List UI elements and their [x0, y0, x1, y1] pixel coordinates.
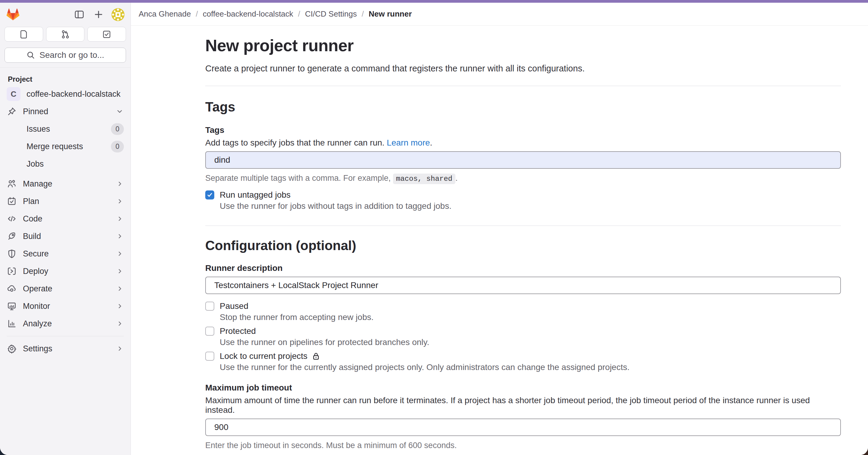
shortcut-todos[interactable] — [87, 27, 126, 41]
sidebar-item-build[interactable]: Build — [0, 228, 130, 245]
tags-help-period: . — [430, 138, 433, 148]
chevron-right-icon — [116, 180, 124, 188]
avatar-identicon-icon — [112, 8, 124, 21]
breadcrumb: Anca Ghenade / coffee-backend-localstack… — [131, 3, 868, 26]
page-description: Create a project runner to generate a co… — [205, 64, 841, 73]
merge-request-icon — [61, 30, 70, 39]
paused-help: Stop the runner from accepting new jobs. — [220, 313, 841, 322]
jobs-label: Jobs — [27, 159, 44, 169]
sidebar-item-jobs[interactable]: Jobs — [0, 155, 130, 173]
cloud-pod-icon — [7, 284, 17, 293]
tags-field-label: Tags — [205, 125, 841, 135]
chevron-right-icon — [116, 197, 124, 205]
pinned-label: Pinned — [23, 107, 48, 116]
sidebar-item-project[interactable]: C coffee-backend-localstack — [0, 85, 130, 103]
breadcrumb-project[interactable]: coffee-backend-localstack — [203, 9, 293, 19]
main-area: Anca Ghenade / coffee-backend-localstack… — [131, 3, 868, 455]
chevron-right-icon — [116, 285, 124, 293]
chevron-right-icon — [116, 345, 124, 353]
run-untagged-row: Run untagged jobs — [205, 190, 841, 200]
section-divider — [205, 225, 841, 226]
sidebar-item-monitor[interactable]: Monitor — [0, 297, 130, 315]
analyze-label: Analyze — [23, 319, 52, 328]
secure-label: Secure — [23, 249, 49, 259]
timeout-input[interactable] — [205, 419, 841, 436]
sidebar-item-settings[interactable]: Settings — [0, 340, 130, 357]
chart-icon — [7, 319, 17, 328]
chevron-right-icon — [116, 250, 124, 258]
chevron-right-icon — [116, 215, 124, 223]
calendar-icon — [7, 196, 17, 206]
chevron-right-icon — [116, 232, 124, 240]
breadcrumb-user[interactable]: Anca Ghenade — [138, 9, 191, 19]
section-divider — [205, 86, 841, 86]
sidebar-item-analyze[interactable]: Analyze — [0, 315, 130, 332]
issues-label: Issues — [27, 125, 50, 134]
paused-row: Paused — [205, 301, 841, 311]
lock-row: Lock to current projects — [205, 351, 841, 361]
lock-label-text: Lock to current projects — [220, 351, 307, 361]
sidebar-divider — [0, 67, 130, 68]
search-placeholder: Search or go to... — [39, 50, 104, 60]
sidebar-item-plan[interactable]: Plan — [0, 193, 130, 210]
breadcrumb-separator: / — [195, 9, 198, 19]
sidebar-header — [0, 3, 130, 25]
paused-label[interactable]: Paused — [220, 301, 248, 311]
lock-checkbox[interactable] — [205, 352, 214, 361]
shortcut-merge-requests[interactable] — [46, 27, 85, 41]
sidebar-shortcuts — [4, 27, 126, 41]
sidebar-item-merge-requests[interactable]: Merge requests 0 — [0, 138, 130, 155]
create-new-button[interactable] — [92, 7, 105, 22]
gitlab-logo[interactable] — [6, 7, 20, 22]
sidebar-item-secure[interactable]: Secure — [0, 245, 130, 262]
sidebar-item-pinned[interactable]: Pinned — [0, 103, 130, 120]
shortcut-issues[interactable] — [4, 27, 43, 41]
chevron-right-icon — [116, 302, 124, 310]
tags-section-heading: Tags — [205, 99, 841, 115]
window-top-stripe — [0, 0, 868, 3]
chevron-right-icon — [116, 267, 124, 275]
tags-field-help: Add tags to specify jobs that the runner… — [205, 138, 841, 148]
merge-requests-label: Merge requests — [27, 142, 83, 151]
tags-hint-text: Separate multiple tags with a comma. For… — [205, 173, 391, 183]
manage-label: Manage — [23, 179, 53, 189]
sidebar-item-deploy[interactable]: Deploy — [0, 262, 130, 280]
learn-more-link[interactable]: Learn more — [387, 138, 430, 148]
collapse-sidebar-button[interactable] — [72, 7, 86, 22]
timeout-help: Maximum amount of time the runner can ru… — [205, 396, 841, 415]
lock-label[interactable]: Lock to current projects — [220, 351, 320, 361]
breadcrumb-cicd-settings[interactable]: CI/CD Settings — [305, 9, 357, 19]
paused-checkbox[interactable] — [205, 302, 214, 311]
lock-icon — [312, 352, 320, 361]
run-untagged-label[interactable]: Run untagged jobs — [220, 190, 290, 200]
protected-checkbox[interactable] — [205, 327, 214, 336]
sidebar-nav: C coffee-backend-localstack Pinned — [0, 85, 130, 455]
runner-description-input[interactable] — [205, 277, 841, 294]
merge-requests-count-badge: 0 — [111, 141, 124, 153]
monitor-label: Monitor — [23, 302, 50, 311]
deploy-icon — [7, 266, 17, 276]
issues-icon — [19, 30, 29, 39]
monitor-icon — [7, 301, 17, 311]
breadcrumb-current: New runner — [369, 9, 412, 19]
tags-input[interactable] — [205, 151, 841, 169]
issues-count-badge: 0 — [111, 123, 124, 135]
run-untagged-checkbox[interactable] — [205, 190, 214, 199]
sidebar-item-manage[interactable]: Manage — [0, 175, 130, 193]
check-icon — [207, 192, 213, 198]
sidebar-item-code[interactable]: Code — [0, 210, 130, 228]
plus-icon — [93, 9, 104, 20]
runner-description-label: Runner description — [205, 263, 841, 273]
sidebar-item-issues[interactable]: Issues 0 — [0, 120, 130, 138]
protected-help: Use the runner on pipelines for protecte… — [220, 337, 841, 347]
search-box[interactable]: Search or go to... — [4, 47, 126, 63]
sidebar-panel-icon — [74, 9, 84, 20]
lock-help: Use the runner for the currently assigne… — [220, 362, 841, 372]
code-icon — [7, 214, 17, 224]
sidebar-item-operate[interactable]: Operate — [0, 280, 130, 297]
deploy-label: Deploy — [23, 267, 48, 276]
user-avatar[interactable] — [112, 8, 124, 21]
protected-label[interactable]: Protected — [220, 326, 256, 336]
breadcrumb-separator: / — [362, 9, 364, 19]
plan-label: Plan — [23, 197, 39, 206]
